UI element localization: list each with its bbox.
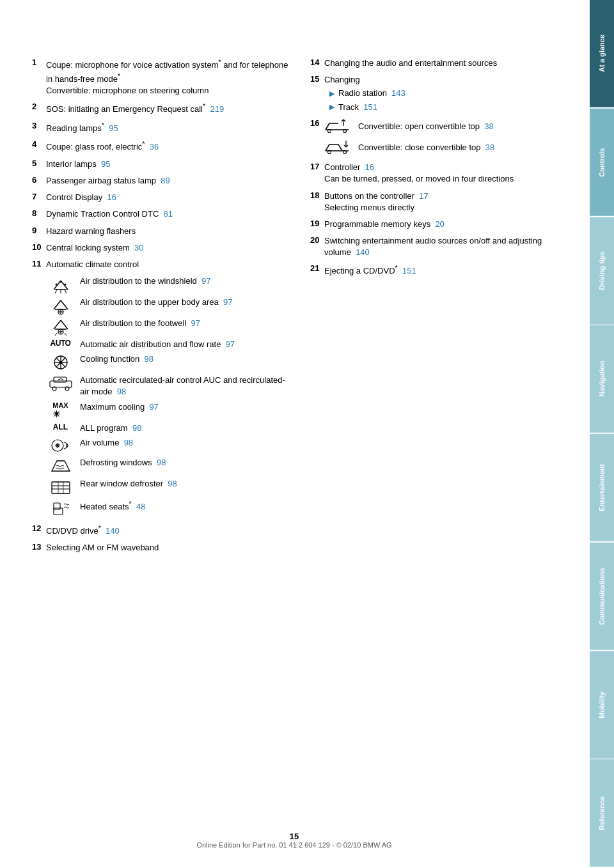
climate-item-windshield: Air distribution to the windshield 97 bbox=[46, 275, 291, 293]
svg-line-46 bbox=[326, 123, 329, 130]
page-ref-2: 219 bbox=[210, 105, 224, 114]
arrow-item-radio: ▶ Radio station 143 bbox=[329, 88, 569, 99]
page-ref-auto: 97 bbox=[226, 339, 235, 349]
item-content-19: Programmable memory keys 20 bbox=[324, 219, 569, 230]
conv-open-icon bbox=[324, 118, 353, 136]
page-ref-conv-open: 38 bbox=[484, 121, 493, 131]
list-item-12: 12 CD/DVD drive* 140 bbox=[32, 523, 291, 538]
tab-communications[interactable]: Communications bbox=[590, 543, 614, 650]
item-content-9: Hazard warning flashers bbox=[46, 226, 291, 237]
climate-item-all: ALL ALL program 98 bbox=[46, 422, 291, 434]
item-content-3: Reading lamps* 95 bbox=[46, 121, 291, 135]
list-item-14: 14 Changing the audio and entertainment … bbox=[310, 58, 569, 69]
item-content-5: Interior lamps 95 bbox=[46, 159, 291, 170]
climate-item-air-volume: Air volume 98 bbox=[46, 437, 291, 454]
conv-open-text: Convertible: open convertible top 38 bbox=[358, 121, 494, 132]
item-content-14: Changing the audio and entertainment sou… bbox=[324, 58, 569, 69]
conv-close-icon bbox=[324, 139, 353, 157]
svg-point-28 bbox=[59, 361, 62, 364]
svg-line-56 bbox=[338, 144, 342, 151]
list-item-10: 10 Central locking system 30 bbox=[32, 242, 291, 254]
page-ref-6: 89 bbox=[161, 176, 169, 185]
item-content-10: Central locking system 30 bbox=[46, 242, 291, 254]
svg-rect-38 bbox=[52, 482, 70, 493]
air-volume-icon bbox=[46, 437, 75, 454]
conv-close-text: Convertible: close convertible top 38 bbox=[358, 142, 494, 153]
side-tabs: At a glance Controls Driving tips Naviga… bbox=[590, 0, 614, 868]
page-ref-footwell: 97 bbox=[191, 318, 200, 328]
tab-entertainment[interactable]: Entertainment bbox=[590, 434, 614, 541]
climate-upper-body-text: Air distribution to the upper body area … bbox=[80, 297, 233, 308]
tab-reference[interactable]: Reference bbox=[590, 759, 614, 867]
item-content-16: Convertible: open convertible top 38 bbox=[324, 118, 569, 157]
page-ref-19: 20 bbox=[435, 219, 444, 229]
climate-rear-defroster-text: Rear window defroster 98 bbox=[80, 478, 177, 490]
item-content-6: Passenger airbag status lamp 89 bbox=[46, 175, 291, 187]
climate-item-footwell: Air distribution to the footwell 97 bbox=[46, 318, 291, 336]
page-ref-auc: 98 bbox=[117, 387, 126, 396]
heated-seats-icon bbox=[46, 499, 75, 517]
list-item-8: 8 Dynamic Traction Control DTC 81 bbox=[32, 208, 291, 220]
climate-max-text: Maximum cooling 97 bbox=[80, 401, 159, 413]
tab-controls[interactable]: Controls bbox=[590, 109, 614, 216]
item-number-14: 14 bbox=[310, 58, 324, 67]
climate-auc-text: Automatic recirculated-air control AUC a… bbox=[80, 375, 291, 398]
max-icon: MAX☀ bbox=[46, 401, 75, 419]
item-number-6: 6 bbox=[32, 175, 46, 185]
auto-text: AUTO bbox=[51, 339, 71, 348]
page-ref-12: 140 bbox=[106, 526, 120, 536]
climate-air-volume-text: Air volume 98 bbox=[80, 437, 133, 449]
item-number-21: 21 bbox=[310, 263, 324, 273]
item-number-19: 19 bbox=[310, 219, 324, 228]
defrost-windows-icon bbox=[46, 457, 75, 475]
climate-item-cooling: Cooling function 98 bbox=[46, 353, 291, 371]
list-item-7: 7 Control Display 16 bbox=[32, 192, 291, 203]
tab-driving-tips[interactable]: Driving tips bbox=[590, 217, 614, 325]
item-number-16: 16 bbox=[310, 118, 324, 128]
item-number-5: 5 bbox=[32, 159, 46, 168]
item-content-8: Dynamic Traction Control DTC 81 bbox=[46, 208, 291, 220]
list-item-1: 1 Coupe: microphone for voice activation… bbox=[32, 58, 291, 97]
item-number-1: 1 bbox=[32, 58, 46, 67]
svg-line-1 bbox=[61, 281, 68, 290]
svg-line-54 bbox=[326, 144, 329, 151]
page-ref-windshield: 97 bbox=[201, 276, 210, 286]
page-ref-3: 95 bbox=[109, 123, 118, 133]
page-ref-defrost: 98 bbox=[157, 458, 166, 467]
climate-item-max: MAX☀ Maximum cooling 97 bbox=[46, 401, 291, 419]
page-ref-cooling: 98 bbox=[144, 354, 153, 364]
list-item-4: 4 Coupe: glass roof, electric* 36 bbox=[32, 139, 291, 153]
list-item-13: 13 Selecting AM or FM waveband bbox=[32, 542, 291, 554]
list-item-11: 11 Automatic climate control bbox=[32, 259, 291, 270]
page-number: 15 bbox=[0, 832, 588, 841]
svg-line-0 bbox=[54, 281, 61, 290]
page-ref-7: 16 bbox=[107, 192, 116, 202]
auc-icon bbox=[46, 375, 75, 391]
item-number-15: 15 bbox=[310, 74, 324, 84]
right-column: 14 Changing the audio and entertainment … bbox=[310, 58, 569, 559]
list-item-9: 9 Hazard warning flashers bbox=[32, 226, 291, 237]
item-content-4: Coupe: glass roof, electric* 36 bbox=[46, 139, 291, 153]
climate-item-defrost: Defrosting windows 98 bbox=[46, 457, 291, 475]
item-number-20: 20 bbox=[310, 235, 324, 245]
page-ref-upper-body: 97 bbox=[223, 297, 232, 307]
item-number-18: 18 bbox=[310, 190, 324, 200]
item-number-7: 7 bbox=[32, 192, 46, 201]
all-icon: ALL bbox=[46, 422, 75, 431]
tab-mobility[interactable]: Mobility bbox=[590, 651, 614, 759]
page-ref-18: 17 bbox=[419, 191, 428, 201]
item-content-15: Changing ▶ Radio station 143 ▶ Track 151 bbox=[324, 74, 569, 113]
auto-icon: AUTO bbox=[46, 339, 75, 348]
page-ref-rear-defroster: 98 bbox=[168, 479, 177, 488]
list-item-2: 2 SOS: initiating an Emergency Request c… bbox=[32, 102, 291, 116]
page-ref-air-volume: 98 bbox=[124, 438, 133, 447]
svg-line-15 bbox=[54, 320, 61, 329]
list-item-3: 3 Reading lamps* 95 bbox=[32, 121, 291, 135]
tab-at-a-glance[interactable]: At a glance bbox=[590, 0, 614, 107]
item-content-18: Buttons on the controller 17Selecting me… bbox=[324, 190, 569, 213]
svg-point-4 bbox=[59, 281, 61, 283]
tab-navigation[interactable]: Navigation bbox=[590, 325, 614, 433]
svg-rect-30 bbox=[54, 377, 67, 382]
svg-line-21 bbox=[55, 333, 57, 336]
list-item-20: 20 Switching entertainment audio sources… bbox=[310, 235, 569, 258]
